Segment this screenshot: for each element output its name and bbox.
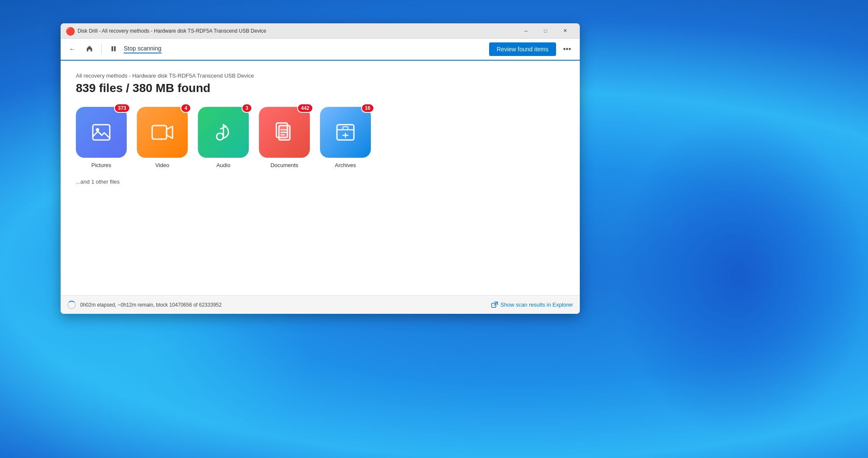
window-controls: ─ □ ✕	[516, 23, 575, 39]
documents-icon-wrap: 442	[259, 107, 310, 158]
window-title: Disk Drill - All recovery methods - Hard…	[78, 28, 516, 34]
category-pictures[interactable]: 373 Pictures	[76, 107, 127, 168]
status-bar: 0h02m elapsed, ~0h12m remain, block 1047…	[61, 295, 580, 314]
show-results-label: Show scan results in Explorer	[501, 302, 573, 308]
status-text: 0h02m elapsed, ~0h12m remain, block 1047…	[80, 302, 491, 308]
more-icon: •••	[563, 45, 571, 54]
scan-subtitle: All recovery methods - Hardware disk TS-…	[76, 73, 565, 79]
app-window: 🔴 Disk Drill - All recovery methods - Ha…	[61, 23, 580, 314]
archives-icon-wrap: 16	[320, 107, 371, 158]
documents-badge: 442	[297, 103, 313, 113]
external-link-icon	[491, 302, 498, 308]
home-icon	[86, 45, 93, 54]
toolbar-divider	[101, 44, 102, 54]
minimize-button[interactable]: ─	[516, 23, 536, 39]
main-content: All recovery methods - Hardware disk TS-…	[61, 61, 580, 295]
more-options-button[interactable]: •••	[559, 42, 575, 57]
category-documents[interactable]: 442 Documents	[259, 107, 310, 168]
svg-point-3	[96, 128, 99, 131]
archives-badge: 16	[361, 103, 374, 113]
audio-label: Audio	[216, 162, 230, 168]
stop-scanning-label[interactable]: Stop scanning	[124, 45, 161, 53]
documents-label: Documents	[270, 162, 298, 168]
category-audio[interactable]: 3 Audio	[198, 107, 249, 168]
review-found-items-button[interactable]: Review found items	[489, 42, 556, 56]
other-files-text: ...and 1 other files	[76, 179, 565, 185]
svg-point-5	[217, 133, 223, 140]
pictures-icon-wrap: 373	[76, 107, 127, 158]
category-archives[interactable]: 16 Archives	[320, 107, 371, 168]
scan-spinner	[67, 301, 76, 309]
maximize-button[interactable]: □	[536, 23, 555, 39]
audio-badge: 3	[242, 103, 252, 113]
back-icon: ←	[69, 45, 76, 53]
pictures-label: Pictures	[92, 162, 111, 168]
svg-rect-0	[111, 46, 113, 51]
category-video[interactable]: 4 Video	[137, 107, 188, 168]
audio-icon-wrap: 3	[198, 107, 249, 158]
show-results-link[interactable]: Show scan results in Explorer	[491, 302, 573, 308]
app-icon: 🔴	[66, 27, 74, 35]
archives-label: Archives	[335, 162, 356, 168]
close-button[interactable]: ✕	[555, 23, 575, 39]
toolbar: ← Stop scanning Review found items •••	[61, 39, 580, 61]
category-list: 373 Pictures 4 Video	[76, 107, 565, 168]
svg-rect-2	[93, 125, 110, 140]
video-icon-wrap: 4	[137, 107, 188, 158]
back-button[interactable]: ←	[66, 42, 79, 56]
svg-rect-4	[152, 126, 167, 139]
pause-button[interactable]	[107, 42, 120, 56]
home-button[interactable]	[83, 42, 96, 56]
title-bar: 🔴 Disk Drill - All recovery methods - Ha…	[61, 23, 580, 39]
pictures-badge: 373	[114, 103, 130, 113]
scan-headline: 839 files / 380 MB found	[76, 81, 565, 95]
video-label: Video	[155, 162, 169, 168]
pause-icon	[110, 45, 117, 53]
video-badge: 4	[181, 103, 191, 113]
svg-rect-1	[114, 46, 116, 51]
